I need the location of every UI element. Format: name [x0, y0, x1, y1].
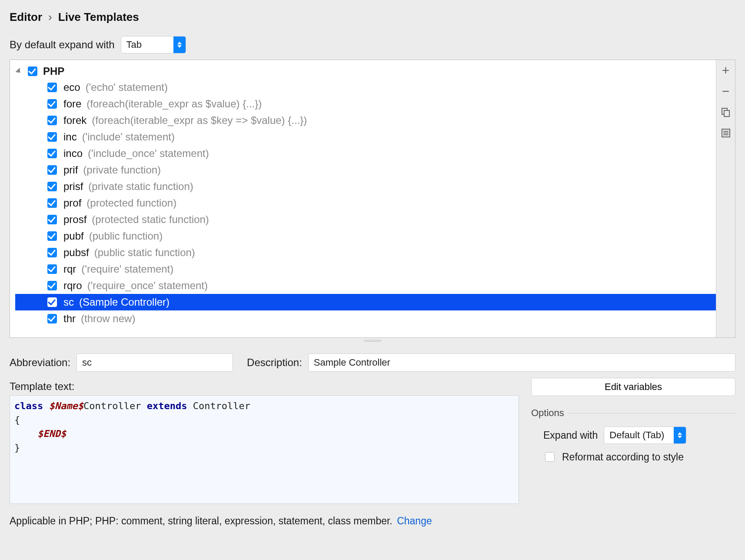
template-abbr: rqr [63, 263, 76, 275]
svg-rect-1 [724, 110, 729, 117]
resize-grip[interactable] [10, 338, 735, 344]
templates-tree[interactable]: PHP eco('echo' statement)fore(foreach(it… [10, 60, 716, 337]
template-checkbox[interactable] [47, 116, 57, 125]
template-desc: ('require_once' statement) [87, 280, 208, 292]
applicable-contexts: Applicable in PHP; PHP: comment, string … [10, 515, 735, 527]
default-expand-select[interactable]: Tab [121, 36, 186, 53]
template-item-inco[interactable]: inco('include_once' statement) [46, 145, 716, 162]
abbreviation-label: Abbreviation: [10, 357, 70, 369]
description-label: Description: [247, 357, 302, 369]
templates-panel: PHP eco('echo' statement)fore(foreach(it… [10, 60, 735, 338]
edit-variables-button[interactable]: Edit variables [531, 378, 735, 396]
template-item-forek[interactable]: forek(foreach(iterable_expr as $key => $… [46, 112, 716, 129]
breadcrumb-editor[interactable]: Editor [10, 10, 42, 24]
template-item-eco[interactable]: eco('echo' statement) [46, 79, 716, 96]
template-checkbox[interactable] [47, 198, 57, 208]
group-name: PHP [43, 65, 64, 77]
template-desc: (private static function) [88, 180, 193, 193]
template-item-pubf[interactable]: pubf(public function) [46, 228, 716, 244]
template-item-pubsf[interactable]: pubsf(public static function) [46, 244, 716, 261]
chevron-right-icon: › [48, 10, 52, 24]
template-abbr: prof [63, 197, 81, 209]
expand-with-select[interactable]: Default (Tab) [604, 427, 686, 444]
updown-icon [674, 427, 686, 443]
default-expand-label: By default expand with [10, 39, 115, 51]
template-desc: ('include' statement) [82, 131, 175, 143]
template-desc: (throw new) [81, 313, 135, 325]
template-desc: (foreach(iterable_expr as $key => $value… [92, 114, 307, 127]
template-item-prif[interactable]: prif(private function) [46, 162, 716, 178]
template-abbr: sc [63, 296, 74, 308]
template-item-rqro[interactable]: rqro('require_once' statement) [46, 277, 716, 294]
template-desc: ('include_once' statement) [88, 147, 209, 160]
minus-icon: − [722, 84, 730, 99]
template-checkbox[interactable] [47, 83, 57, 92]
template-desc: (public static function) [94, 247, 195, 259]
template-checkbox[interactable] [47, 248, 57, 257]
disclosure-triangle-icon[interactable] [15, 68, 22, 75]
template-checkbox[interactable] [47, 231, 57, 241]
template-abbr: inc [63, 131, 77, 143]
template-checkbox[interactable] [47, 297, 57, 307]
template-checkbox[interactable] [47, 149, 57, 158]
template-abbr: rqro [63, 280, 82, 292]
template-text-editor[interactable]: class $Name$Controller extends Controlle… [10, 395, 519, 504]
default-expand-value: Tab [121, 37, 173, 53]
template-checkbox[interactable] [47, 264, 57, 274]
template-desc: (protected function) [86, 197, 176, 209]
expand-with-value: Default (Tab) [604, 427, 674, 443]
template-abbr: prif [63, 164, 78, 176]
template-checkbox[interactable] [47, 99, 57, 109]
duplicate-icon [721, 107, 731, 117]
description-input[interactable] [308, 353, 735, 372]
template-item-prosf[interactable]: prosf(protected static function) [46, 211, 716, 228]
reformat-checkbox[interactable] [545, 452, 555, 462]
template-checkbox[interactable] [47, 182, 57, 191]
reformat-label: Reformat according to style [562, 451, 684, 463]
expand-with-label: Expand with [543, 430, 598, 441]
template-item-prof[interactable]: prof(protected function) [46, 195, 716, 211]
template-desc: (private function) [83, 164, 161, 176]
template-item-sc[interactable]: sc(Sample Controller) [15, 294, 716, 310]
template-abbr: eco [63, 81, 80, 93]
template-desc: (Sample Controller) [79, 296, 170, 308]
side-toolbar: + − [716, 60, 735, 337]
add-button[interactable]: + [721, 65, 731, 76]
template-abbr: inco [63, 147, 83, 160]
template-checkbox[interactable] [47, 132, 57, 142]
template-checkbox[interactable] [47, 215, 57, 224]
duplicate-button[interactable] [721, 107, 731, 117]
template-abbr: pubsf [63, 247, 89, 259]
template-checkbox[interactable] [47, 314, 57, 323]
template-abbr: forek [63, 114, 86, 127]
abbreviation-input[interactable] [76, 353, 233, 372]
updown-icon [173, 37, 186, 53]
template-item-inc[interactable]: inc('include' statement) [46, 129, 716, 145]
group-row-php[interactable]: PHP [15, 63, 716, 79]
template-abbr: prisf [63, 180, 83, 193]
template-abbr: prosf [63, 213, 86, 226]
template-desc: (public function) [89, 230, 163, 242]
template-checkbox[interactable] [47, 165, 57, 175]
change-contexts-link[interactable]: Change [397, 515, 432, 527]
template-item-thr[interactable]: thr(throw new) [46, 310, 716, 327]
template-desc: ('echo' statement) [86, 81, 168, 93]
template-abbr: fore [63, 98, 81, 110]
template-item-prisf[interactable]: prisf(private static function) [46, 178, 716, 195]
settings-list-button[interactable] [721, 128, 731, 138]
plus-icon: + [722, 63, 730, 78]
divider [569, 413, 735, 413]
applicable-text: Applicable in PHP; PHP: comment, string … [10, 515, 392, 527]
template-item-fore[interactable]: fore(foreach(iterable_expr as $value) {.… [46, 96, 716, 112]
template-text-label: Template text: [10, 380, 519, 393]
remove-button[interactable]: − [721, 86, 731, 97]
template-checkbox[interactable] [47, 281, 57, 290]
template-desc: (foreach(iterable_expr as $value) {...}) [86, 98, 262, 110]
breadcrumb: Editor › Live Templates [10, 10, 735, 24]
breadcrumb-live-templates[interactable]: Live Templates [58, 10, 139, 24]
template-item-rqr[interactable]: rqr('require' statement) [46, 261, 716, 277]
template-abbr: thr [63, 313, 76, 325]
group-checkbox-php[interactable] [28, 67, 37, 76]
template-abbr: pubf [63, 230, 84, 242]
template-desc: ('require' statement) [81, 263, 173, 275]
